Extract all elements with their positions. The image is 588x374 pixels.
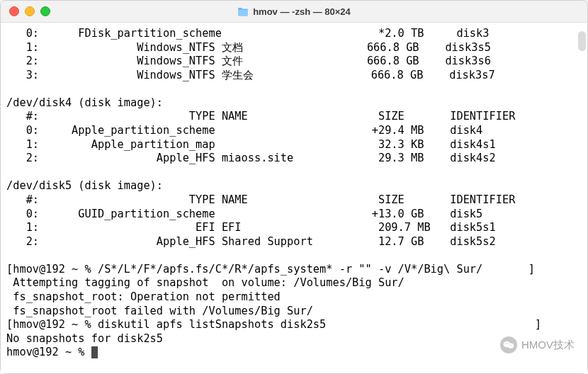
minimize-button[interactable] [25,6,35,16]
terminal-output[interactable]: 0: FDisk_partition_scheme *2.0 TB disk3 … [1,23,587,364]
terminal-window: hmov — -zsh — 80×24 0: FDisk_partition_s… [0,0,588,374]
window-title-text: hmov — -zsh — 80×24 [253,6,351,17]
close-button[interactable] [9,6,19,16]
scrollbar-thumb[interactable] [578,31,586,51]
terminal-body[interactable]: 0: FDisk_partition_scheme *2.0 TB disk3 … [1,23,587,373]
maximize-button[interactable] [40,6,50,16]
window-title: hmov — -zsh — 80×24 [1,6,587,17]
scrollbar-track[interactable] [578,24,586,372]
titlebar: hmov — -zsh — 80×24 [1,1,587,23]
window-controls [1,6,50,16]
folder-icon [237,7,249,16]
terminal-cursor [91,346,98,358]
